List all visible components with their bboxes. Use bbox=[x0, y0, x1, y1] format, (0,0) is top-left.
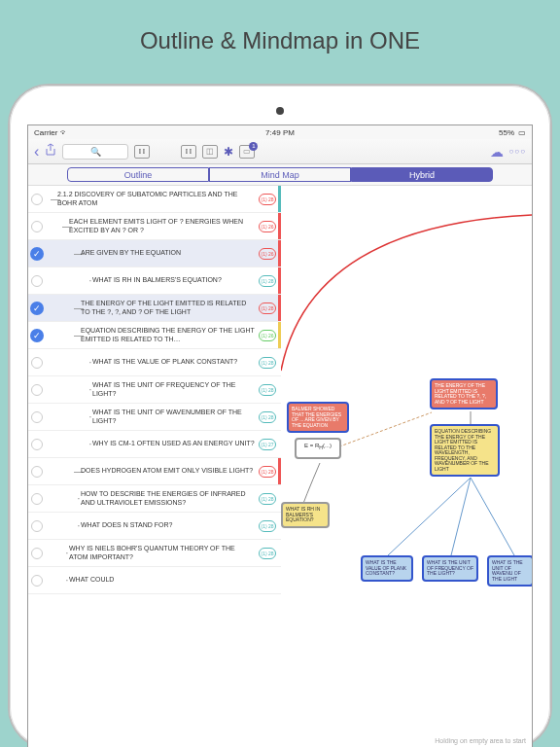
expand-marker[interactable]: · bbox=[46, 267, 90, 294]
clock: 7:49 PM bbox=[265, 128, 295, 137]
mindmap-panel[interactable]: BALMER SHOWED THAT THE ENERGIES OF ... A… bbox=[281, 186, 532, 747]
outline-row[interactable]: —EACH ELEMENT EMITS LIGHT OF ? ENERGIES … bbox=[28, 213, 281, 240]
mm-node-energy[interactable]: THE ENERGY OF THE LIGHT EMITTED IS RELAT… bbox=[430, 378, 498, 409]
mindmap-hint: Holding on empty area to start bbox=[435, 737, 526, 744]
checkbox-off-icon[interactable] bbox=[31, 384, 43, 396]
count-badge: (1) 27 bbox=[259, 439, 276, 450]
tab-outline[interactable]: Outline bbox=[67, 167, 209, 182]
tab-mindmap[interactable]: Mind Map bbox=[209, 167, 351, 182]
more-icon[interactable]: ○○○ bbox=[509, 147, 527, 156]
expand-marker[interactable]: · bbox=[46, 404, 90, 430]
mindmap-icon[interactable]: ✱ bbox=[224, 145, 233, 159]
checkbox-off-icon[interactable] bbox=[31, 575, 43, 587]
checkbox-on-icon[interactable]: ✓ bbox=[30, 329, 44, 342]
outline-row[interactable]: ·WHAT IS THE UNIT OF WAVENUMBER OF THE L… bbox=[28, 404, 281, 431]
count-badge: (1) 28 bbox=[259, 493, 276, 505]
outline-item-text: WHAT COULD bbox=[67, 567, 257, 593]
mm-node-plank[interactable]: WHAT IS THE VALUE OF PLANK CONSTANT? bbox=[361, 555, 413, 582]
count-badge: (1) 26 bbox=[259, 330, 276, 341]
checkbox-off-icon[interactable] bbox=[31, 520, 43, 532]
outline-item-text: WHAT IS THE UNIT OF FREQUENCY OF THE LIG… bbox=[90, 376, 257, 403]
outline-item-text: EACH ELEMENT EMITS LIGHT OF ? ENERGIES W… bbox=[67, 213, 257, 239]
mm-node-eq-desc[interactable]: EQUATION DESCRIBING THE ENERGY OF THE LI… bbox=[430, 424, 500, 477]
battery-icon: ▭ bbox=[518, 128, 526, 137]
battery-label: 55% bbox=[499, 128, 514, 137]
checkbox-on-icon[interactable]: ✓ bbox=[30, 302, 44, 315]
count-badge: (1) 28 bbox=[259, 275, 276, 287]
expand-marker[interactable]: · bbox=[46, 376, 90, 403]
share-icon[interactable] bbox=[45, 143, 56, 160]
expand-marker[interactable]: · bbox=[46, 513, 79, 539]
view-book-icon[interactable]: ⫿⫿ bbox=[181, 145, 196, 159]
view-split-icon[interactable]: ◫ bbox=[202, 145, 218, 159]
outline-item-text: WHAT DOES N STAND FOR? bbox=[79, 513, 257, 539]
mm-node-equation[interactable]: E = RH(...) bbox=[295, 438, 341, 459]
outline-row[interactable]: ·WHAT IS THE VALUE OF PLANK CONSTANT?(1)… bbox=[28, 349, 281, 376]
outline-row[interactable]: ✓—EQUATION DESCRIBING THE ENERGY OF THE … bbox=[28, 322, 281, 349]
checkbox-off-icon[interactable] bbox=[31, 357, 43, 369]
checkbox-off-icon[interactable] bbox=[31, 411, 43, 423]
cloud-icon[interactable]: ☁ bbox=[490, 144, 504, 160]
count-badge: (1) 26 bbox=[259, 248, 276, 260]
count-badge: (1) 28 bbox=[259, 520, 276, 532]
count-badge: (1) 28 bbox=[259, 466, 276, 478]
outline-item-text: WHAT IS RH IN BALMERS'S EQUATION? bbox=[90, 267, 257, 294]
outline-item-text: DOES HYDROGEN ATOM EMIT ONLY VISIBLE LIG… bbox=[79, 458, 257, 484]
view-segment: Outline Mind Map Hybrid bbox=[28, 164, 532, 186]
checkbox-off-icon[interactable] bbox=[31, 466, 43, 478]
expand-marker[interactable]: — bbox=[46, 322, 79, 348]
expand-marker[interactable]: · bbox=[46, 431, 90, 457]
mm-node-balmer[interactable]: BALMER SHOWED THAT THE ENERGIES OF ... A… bbox=[287, 402, 349, 433]
outline-row[interactable]: ✓—THE ENERGY OF THE LIGHT EMITTED IS REL… bbox=[28, 295, 281, 322]
checkbox-off-icon[interactable] bbox=[31, 275, 43, 287]
expand-marker[interactable]: · bbox=[46, 540, 67, 566]
outline-row[interactable]: ·WHY IS NIELS BOHR'S QUANTUM THEORY OF T… bbox=[28, 540, 281, 567]
back-button[interactable]: ‹ bbox=[34, 143, 39, 160]
book-icon[interactable]: ⫿⫿ bbox=[134, 145, 150, 159]
outline-row[interactable]: ✓—ARE GIVEN BY THE EQUATION(1) 26 bbox=[28, 240, 281, 267]
outline-panel[interactable]: —2.1.2 DISCOVERY OF SUBATOMIC PARTICLES … bbox=[28, 186, 281, 747]
checkbox-off-icon[interactable] bbox=[31, 548, 43, 559]
expand-marker[interactable]: — bbox=[46, 240, 79, 267]
expand-marker[interactable]: · bbox=[46, 567, 67, 593]
search-input[interactable]: 🔍 bbox=[62, 144, 128, 160]
tab-hybrid[interactable]: Hybrid bbox=[351, 167, 493, 182]
outline-row[interactable]: ·WHAT DOES N STAND FOR?(1) 28 bbox=[28, 513, 281, 540]
outline-row[interactable]: ·WHAT IS THE UNIT OF FREQUENCY OF THE LI… bbox=[28, 376, 281, 404]
count-badge: (1) 28 bbox=[259, 411, 276, 423]
outline-item-text: WHY IS CM-1 OFTEN USED AS AN ENERGY UNIT… bbox=[90, 431, 257, 457]
outline-item-text: WHAT IS THE UNIT OF WAVENUMBER OF THE LI… bbox=[90, 404, 257, 430]
checkbox-off-icon[interactable] bbox=[31, 221, 43, 232]
count-badge: (1) 28 bbox=[259, 194, 276, 205]
outline-row[interactable]: ·WHAT IS RH IN BALMERS'S EQUATION?(1) 28 bbox=[28, 267, 281, 295]
camera-dot bbox=[276, 107, 284, 115]
mm-node-freq[interactable]: WHAT IS THE UNIT OF FREQUENCY OF THE LIG… bbox=[422, 555, 478, 582]
outline-row[interactable]: ·HOW TO DESCRIBE THE ENERGIES OF INFRARE… bbox=[28, 485, 281, 513]
expand-marker[interactable]: — bbox=[46, 458, 79, 484]
expand-marker[interactable]: · bbox=[46, 485, 79, 512]
toolbar: ‹ 🔍 ⫿⫿ ⫿⫿ ◫ ✱ ▭ ☁ ○○○ bbox=[28, 139, 532, 164]
outline-item-text: THE ENERGY OF THE LIGHT EMITTED IS RELAT… bbox=[79, 295, 257, 321]
mm-node-rh[interactable]: WHAT IS RH IN BALMERS'S EQUATION? bbox=[281, 502, 330, 528]
checkbox-off-icon[interactable] bbox=[31, 194, 43, 205]
expand-marker[interactable]: — bbox=[46, 186, 55, 212]
mm-node-wavenum[interactable]: WHAT IS THE UNIT OF WAVENU OF THE LIGHT bbox=[487, 555, 532, 587]
expand-marker[interactable]: · bbox=[46, 349, 90, 375]
outline-item-text: 2.1.2 DISCOVERY OF SUBATOMIC PARTICLES A… bbox=[55, 186, 257, 212]
checkbox-on-icon[interactable]: ✓ bbox=[30, 247, 44, 261]
screen: Carrier ᯤ 7:49 PM 55%▭ ‹ 🔍 ⫿⫿ ⫿⫿ ◫ ✱ ▭ ☁… bbox=[27, 124, 533, 747]
cards-icon[interactable]: ▭ bbox=[239, 145, 255, 159]
status-bar: Carrier ᯤ 7:49 PM 55%▭ bbox=[28, 125, 532, 139]
carrier-label: Carrier ᯤ bbox=[34, 128, 68, 137]
checkbox-off-icon[interactable] bbox=[31, 493, 43, 505]
outline-row[interactable]: ·WHAT COULD bbox=[28, 567, 281, 594]
search-icon: 🔍 bbox=[90, 147, 101, 157]
expand-marker[interactable]: — bbox=[46, 295, 79, 321]
outline-row[interactable]: —2.1.2 DISCOVERY OF SUBATOMIC PARTICLES … bbox=[28, 186, 281, 213]
checkbox-off-icon[interactable] bbox=[31, 439, 43, 450]
outline-row[interactable]: —DOES HYDROGEN ATOM EMIT ONLY VISIBLE LI… bbox=[28, 458, 281, 485]
count-badge: (1) 28 bbox=[259, 384, 276, 396]
expand-marker[interactable]: — bbox=[46, 213, 67, 239]
outline-row[interactable]: ·WHY IS CM-1 OFTEN USED AS AN ENERGY UNI… bbox=[28, 431, 281, 458]
promo-title: Outline & Mindmap in ONE bbox=[0, 0, 560, 74]
